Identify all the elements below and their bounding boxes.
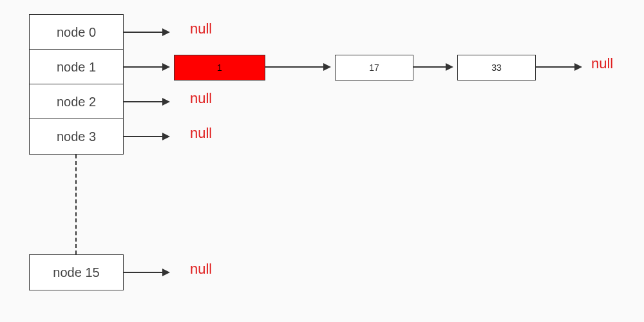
null-label-chain-end: null (591, 55, 613, 72)
arrow-bucket3-null (124, 136, 169, 137)
null-label-3: null (190, 125, 212, 142)
bucket-15: node 15 (29, 254, 124, 290)
bucket-0: node 0 (29, 14, 124, 50)
arrow-chain1-chain2 (265, 66, 330, 68)
chain-node-17: 17 (335, 55, 413, 80)
null-label-0: null (190, 21, 212, 37)
ellipsis-line (75, 155, 77, 254)
chain-node-33: 33 (457, 55, 536, 80)
hash-table-diagram: node 0 node 1 node 2 node 3 node 15 null… (0, 0, 644, 322)
arrow-bucket2-null (124, 101, 169, 102)
arrow-bucket15-null (124, 272, 169, 273)
bucket-3: node 3 (29, 118, 124, 155)
arrow-bucket1-chain1 (124, 66, 169, 68)
arrow-chain3-null (536, 66, 581, 68)
bucket-1: node 1 (29, 49, 124, 85)
null-label-2: null (190, 90, 212, 107)
null-label-15: null (190, 261, 212, 278)
arrow-bucket0-null (124, 32, 169, 33)
chain-node-1: 1 (174, 55, 265, 80)
arrow-chain2-chain3 (413, 66, 452, 68)
bucket-2: node 2 (29, 84, 124, 120)
